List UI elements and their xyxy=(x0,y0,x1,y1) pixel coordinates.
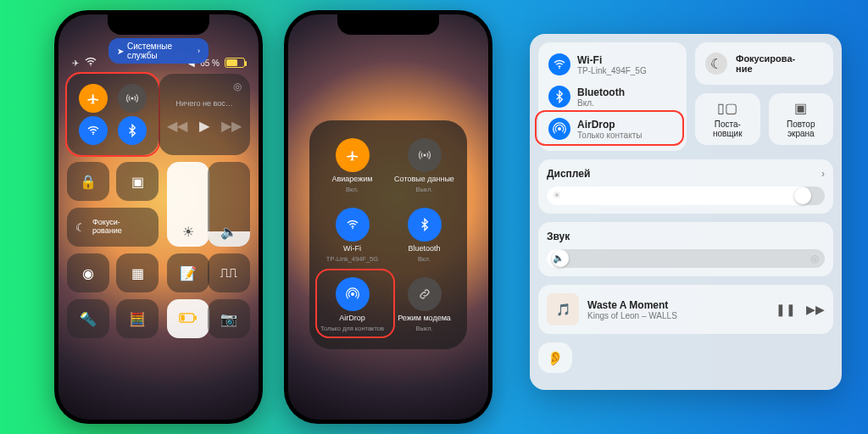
sound-slider[interactable]: 🔈 ◎ xyxy=(547,249,825,268)
conn-title: AirDrop xyxy=(577,119,642,131)
brightness-slider[interactable]: ☀ xyxy=(167,162,209,247)
conn-bluetooth[interactable]: BluetoothВкл. xyxy=(547,83,678,110)
focus-tile[interactable]: ☾ Фокуси- рование xyxy=(67,208,159,247)
lock-rotation-icon: 🔒 xyxy=(80,174,97,190)
bluetooth-icon xyxy=(548,86,570,108)
cellular-toggle[interactable]: Сотовые данныеВыкл. xyxy=(388,131,460,200)
camera-tile[interactable]: 📷 xyxy=(208,299,250,338)
airplane-toggle[interactable]: АвиарежимВкл. xyxy=(316,131,388,200)
wi-fi-icon xyxy=(548,53,570,75)
pill-label: Системные службы xyxy=(127,42,194,60)
focus-label: Фокусирова- ние xyxy=(736,53,795,74)
rewind-icon[interactable]: ◀◀ xyxy=(167,118,187,134)
display-label: Дисплей xyxy=(547,168,590,180)
wifi-icon xyxy=(336,208,370,242)
iphone-screen-2: АвиарежимВкл.Сотовые данныеВыкл.Wi-FiTP-… xyxy=(288,14,488,420)
cellular-sub: Выкл. xyxy=(415,186,432,193)
svg-point-2 xyxy=(92,133,94,135)
hearing-tile[interactable]: 👂 xyxy=(538,342,572,373)
stage-manager-icon: ▯▢ xyxy=(717,100,737,116)
screen-mirror-tile[interactable]: ▣ Повтор экрана xyxy=(769,93,834,145)
mirror-label: Повтор экрана xyxy=(787,120,815,138)
wifi-toggle[interactable]: Wi-FiTP-Link_494F_5G xyxy=(316,200,388,270)
now-playing-card[interactable]: 🎵 Waste A Moment Kings of Leon – WALLS ❚… xyxy=(538,285,833,334)
svg-point-0 xyxy=(90,65,91,66)
forward-icon[interactable]: ▶▶ xyxy=(221,118,242,134)
svg-point-9 xyxy=(559,67,560,69)
flashlight-icon: 🔦 xyxy=(80,311,97,327)
sound-label: Звук xyxy=(547,231,570,242)
forward-icon[interactable]: ▶▶ xyxy=(806,303,825,316)
connectivity-panel[interactable] xyxy=(67,74,159,155)
orientation-lock-tile[interactable]: 🔒 xyxy=(67,162,109,201)
speaker-icon: 🔈 xyxy=(220,224,237,240)
wifi-toggle[interactable] xyxy=(79,116,108,145)
bluetooth-icon xyxy=(408,208,442,242)
hotspot-sub: Выкл. xyxy=(415,325,432,332)
hotspot-toggle[interactable]: Режим модемаВыкл. xyxy=(388,270,460,339)
macos-control-center: Wi-FiTP-Link_494F_5GBluetoothВкл.AirDrop… xyxy=(530,34,842,390)
battery-low-icon xyxy=(179,311,198,326)
airplay-icon[interactable]: ◎ xyxy=(233,81,242,92)
airdrop-toggle[interactable]: AirDropТолько для контактов xyxy=(316,270,388,339)
album-art: 🎵 xyxy=(547,293,579,326)
volume-slider[interactable]: 🔈 xyxy=(208,162,250,247)
display-slider[interactable]: ☀ xyxy=(547,186,825,205)
wifi-status-icon xyxy=(84,55,97,70)
moon-icon: ☾ xyxy=(75,221,86,234)
flashlight-tile[interactable]: 🔦 xyxy=(67,299,109,338)
airplane-icon xyxy=(336,138,370,172)
location-indicator-pill[interactable]: ➤ Системные службы › xyxy=(108,38,209,64)
svg-point-8 xyxy=(351,292,353,295)
cellular-toggle[interactable] xyxy=(118,84,147,113)
calculator-icon: 🧮 xyxy=(129,311,146,327)
qr-icon: ▦ xyxy=(131,265,144,281)
conn-sub: TP-Link_494F_5G xyxy=(577,66,647,75)
mirror-icon: ▣ xyxy=(131,174,144,190)
airplane-label: Авиарежим xyxy=(332,175,373,183)
airplane-mode-toggle[interactable] xyxy=(79,84,108,113)
camera-icon: 📷 xyxy=(220,311,237,327)
record-icon: ◉ xyxy=(82,265,94,281)
notes-tile[interactable]: 📝 xyxy=(167,253,209,292)
display-card: Дисплей› ☀ xyxy=(538,159,833,214)
svg-point-1 xyxy=(131,97,133,99)
now-playing-panel[interactable]: ◎ Ничего не вос… ◀◀ ▶ ▶▶ xyxy=(159,74,250,155)
cellular-label: Сотовые данные xyxy=(394,175,454,183)
qr-code-tile[interactable]: ▦ xyxy=(116,253,159,292)
airplay-audio-icon[interactable]: ◎ xyxy=(810,253,819,264)
location-arrow-icon: ➤ xyxy=(117,47,124,56)
wifi-label: Wi-Fi xyxy=(343,244,361,253)
connectivity-expanded-panel: АвиарежимВкл.Сотовые данныеВыкл.Wi-FiTP-… xyxy=(309,120,467,349)
screen-mirroring-tile[interactable]: ▣ xyxy=(116,162,159,201)
conn-sub: Только контакты xyxy=(577,131,642,140)
music-status: Ничего не вос… xyxy=(167,99,242,108)
ear-icon: 👂 xyxy=(547,350,564,366)
stage-manager-tile[interactable]: ▯▢ Поста- новщик xyxy=(695,93,760,145)
low-power-tile[interactable] xyxy=(167,299,209,338)
conn-title: Bluetooth xyxy=(577,86,625,98)
cellular-icon xyxy=(408,138,442,172)
calculator-tile[interactable]: 🧮 xyxy=(116,299,159,338)
bluetooth-toggle[interactable]: BluetoothВкл. xyxy=(388,200,460,270)
notch xyxy=(108,14,209,35)
airplane-sub: Вкл. xyxy=(346,186,359,193)
pause-icon[interactable]: ❚❚ xyxy=(776,303,796,316)
play-icon[interactable]: ▶ xyxy=(199,118,209,134)
bluetooth-sub: Вкл. xyxy=(418,255,431,263)
airdrop-icon xyxy=(548,118,570,140)
connectivity-card: Wi-FiTP-Link_494F_5GBluetoothВкл.AirDrop… xyxy=(538,42,687,151)
screen-record-tile[interactable]: ◉ xyxy=(67,253,109,292)
conn-wi-fi[interactable]: Wi-FiTP-Link_494F_5G xyxy=(547,51,678,78)
airdrop-icon xyxy=(336,277,370,311)
conn-airdrop[interactable]: AirDropТолько контакты xyxy=(547,115,678,142)
mirror-icon: ▣ xyxy=(794,100,807,116)
notch xyxy=(337,14,439,35)
chevron-right-icon[interactable]: › xyxy=(821,168,825,180)
bluetooth-label: Bluetooth xyxy=(408,244,440,253)
svg-rect-4 xyxy=(181,315,185,321)
voice-memo-tile[interactable]: ⎍⎍ xyxy=(208,253,250,292)
focus-card[interactable]: ☾ Фокусирова- ние xyxy=(695,42,833,85)
airplane-status-icon: ✈︎ xyxy=(72,58,79,68)
bluetooth-toggle[interactable] xyxy=(118,116,147,145)
